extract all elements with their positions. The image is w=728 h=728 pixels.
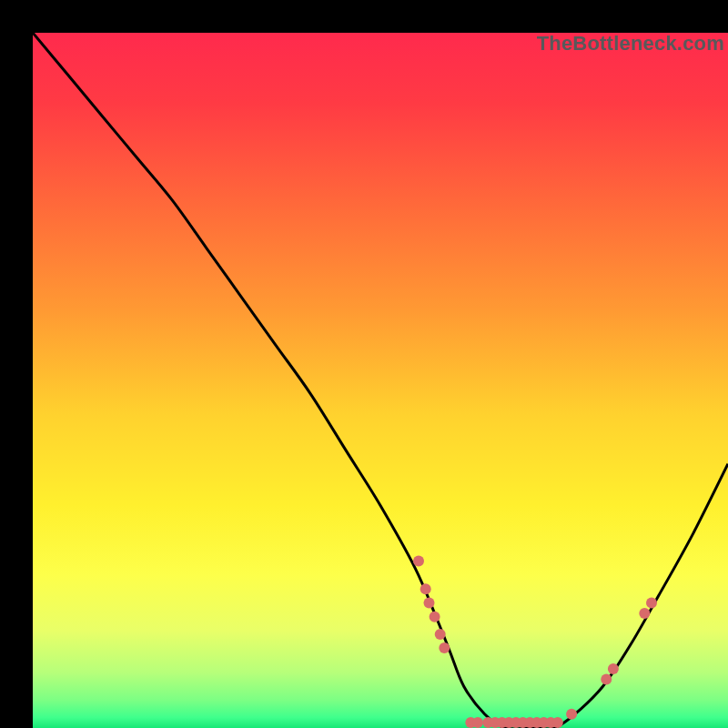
data-point [435, 629, 446, 640]
data-point [608, 663, 619, 674]
data-point [420, 583, 431, 594]
data-point [552, 717, 563, 728]
data-point [472, 717, 483, 728]
plot-area: TheBottleneck.com [33, 33, 728, 728]
data-point [424, 598, 435, 609]
bottleneck-chart [33, 33, 728, 728]
data-point [646, 598, 657, 609]
gradient-background [33, 33, 728, 728]
watermark-label: TheBottleneck.com [537, 33, 724, 56]
data-point [601, 674, 612, 685]
chart-frame: TheBottleneck.com [0, 0, 728, 728]
data-point [639, 608, 650, 619]
data-point [566, 709, 577, 720]
data-point [430, 612, 440, 622]
data-point [413, 556, 424, 567]
data-point [439, 642, 450, 653]
